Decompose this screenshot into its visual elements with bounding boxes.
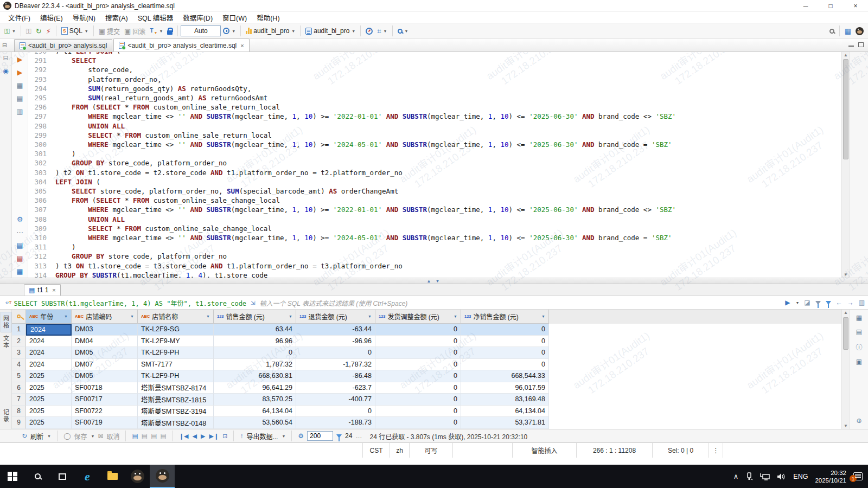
sort-icon[interactable]: ▼ [206, 314, 210, 318]
gear-icon[interactable]: ⚙ [17, 215, 23, 223]
code-line-306[interactable]: 306 FROM (SELECT * FROM custom_online_sa… [28, 196, 841, 205]
menu-item-7[interactable]: 帮助(H) [252, 11, 284, 24]
more-dots-icon[interactable]: ⋯ [16, 228, 23, 236]
history-back-icon[interactable]: ← [836, 299, 843, 306]
row-number[interactable]: 9 [12, 417, 26, 429]
perspective-button[interactable]: ▦ [843, 27, 853, 36]
commit-button[interactable]: ▣提交 [97, 25, 122, 37]
schema-select[interactable]: audit_bi_pro▼ [303, 26, 358, 36]
row-number[interactable]: 5 [12, 370, 26, 382]
grid-cell[interactable]: 83,570.25 [214, 394, 296, 406]
grid-cell[interactable]: 塔斯曼SMTSBZ-8174 [138, 382, 214, 394]
sort-icon[interactable]: ▼ [454, 314, 457, 318]
prev-page-icon[interactable]: ◀ [193, 433, 197, 440]
code-line-303[interactable]: 303) t2 ON t1.store_code = t2.store_code… [28, 168, 841, 177]
notification-center-icon[interactable]: 1 [853, 472, 863, 480]
database-select[interactable]: audit_bi_pro▼ [244, 26, 297, 36]
sql-editor-button[interactable]: SQL▼ [59, 26, 91, 36]
script-error-icon[interactable]: ▤ [16, 254, 23, 262]
grid-cell[interactable]: 0 [375, 394, 461, 406]
history-forward-icon[interactable]: → [847, 299, 854, 306]
grid-cell[interactable]: -63.44 [296, 324, 375, 336]
grid-cell[interactable]: DM07 [72, 359, 138, 371]
grid-cell[interactable]: 2025 [26, 370, 72, 382]
network-button[interactable]: ⌗▼ [375, 27, 389, 36]
grid-cell[interactable]: 0 [296, 406, 375, 418]
grid-cell[interactable]: TK-L2F9-PH [138, 347, 214, 359]
grid-cell[interactable]: TK-L2F9-PH [138, 370, 214, 382]
grid-cell[interactable]: 0 [375, 382, 461, 394]
code-line-295[interactable]: 295 SUM(real_return_goods_amt) AS return… [28, 93, 841, 102]
code-line-312[interactable]: 312 GROUP BY store_code, platform_order_… [28, 252, 841, 261]
menu-item-5[interactable]: 数据库(D) [178, 11, 218, 24]
quick-search-button[interactable]: ▼ [395, 28, 411, 35]
grid-cell[interactable]: DM04 [72, 336, 138, 348]
code-line-297[interactable]: 297 WHERE mgclear_time <> '' AND SUBSTR(… [28, 112, 841, 121]
column-header-4[interactable]: 123退货金额 (元)▼ [296, 310, 375, 324]
scroll-up-icon[interactable]: ▲ [842, 310, 850, 315]
start-button[interactable] [0, 465, 25, 488]
code-line-307[interactable]: 307 WHERE mgclear_time <> '' AND SUBSTR(… [28, 205, 841, 214]
sort-icon[interactable]: ▼ [130, 314, 134, 318]
grid-cell[interactable]: 0 [375, 370, 461, 382]
language-indicator[interactable]: ENG [793, 473, 808, 480]
refresh-button[interactable]: 刷新 [30, 432, 43, 441]
grid-cell[interactable]: 0 [375, 359, 461, 371]
grid-cell[interactable]: 0 [375, 417, 461, 429]
connect-button[interactable]: ⚿ [24, 27, 34, 36]
tab-close-icon[interactable]: × [240, 42, 244, 49]
grid-cell[interactable]: 0 [461, 324, 549, 336]
grid-cell[interactable]: 0 [375, 347, 461, 359]
column-header-3[interactable]: 123销售金额 (元)▼ [214, 310, 296, 324]
add-panel-icon[interactable]: ⊕ [856, 417, 861, 425]
usb-icon[interactable] [745, 472, 753, 481]
tray-chevron-up-icon[interactable]: ∧ [733, 472, 739, 480]
erase-filter-icon[interactable]: ◪ [804, 299, 810, 306]
focus-cell-icon[interactable]: ⊡ [222, 433, 227, 440]
maximize-button[interactable]: □ [818, 0, 843, 11]
close-icon[interactable]: × [52, 287, 55, 293]
editor-tab[interactable]: <audit_bi_pro> analysis_cleartime.sql× [113, 38, 249, 52]
grid-cell[interactable]: -188.73 [296, 417, 375, 429]
menu-item-0[interactable]: 文件(F) [3, 11, 35, 24]
code-line-311[interactable]: 311 ) [28, 242, 841, 252]
grid-cell[interactable]: 2024 [26, 324, 72, 336]
row-number[interactable]: 4 [12, 359, 26, 371]
taskbar-clock[interactable]: 20:32 2025/10/21 [815, 469, 846, 484]
menu-item-1[interactable]: 编辑(E) [35, 11, 68, 24]
lock-button[interactable] [165, 27, 175, 36]
export-script-icon[interactable]: ▤ [16, 241, 23, 249]
code-line-313[interactable]: 313) t3 ON t1.store_code = t3.store_code… [28, 261, 841, 271]
grid-cell[interactable]: 64,134.04 [214, 406, 296, 418]
disconnect-button[interactable]: ⚡ [44, 27, 53, 36]
execute-statement-icon[interactable]: ▶ [17, 55, 23, 63]
refresh-icon[interactable]: ↻ [22, 432, 27, 440]
grid-cell[interactable]: 0 [375, 324, 461, 336]
panel-icon[interactable]: ▥ [16, 107, 23, 115]
expand-filter-icon[interactable]: ⇲ [251, 300, 255, 306]
sort-icon[interactable]: ▼ [368, 314, 372, 318]
grid-cell[interactable]: 2024 [26, 359, 72, 371]
column-header-6[interactable]: 123净销售金额 (元)▼ [461, 310, 549, 324]
file-explorer-button[interactable] [100, 465, 125, 488]
grid-cell[interactable]: 53,371.81 [461, 417, 549, 429]
code-line-296[interactable]: 296 FROM (SELECT * FROM custom_online_sa… [28, 102, 841, 112]
grid-cell[interactable]: SF00718 [72, 382, 138, 394]
maximize-editor-icon[interactable] [858, 42, 864, 47]
grid-cell[interactable]: SF00722 [72, 406, 138, 418]
grid-cell[interactable]: 0 [214, 347, 296, 359]
menu-item-6[interactable]: 窗口(W) [218, 11, 252, 24]
grid-cell[interactable]: 2025 [26, 382, 72, 394]
grid-cell[interactable]: 1,787.32 [214, 359, 296, 371]
grid-cell[interactable]: 2024 [26, 336, 72, 348]
transaction-filter-button[interactable]: ▼ [148, 27, 165, 36]
outline-icon[interactable]: ◉ [3, 67, 8, 75]
grid-cell[interactable]: 0 [375, 336, 461, 348]
grid-cell[interactable]: 53,560.54 [214, 417, 296, 429]
status-cell-6[interactable]: Sel: 0 | 0 [652, 443, 709, 458]
row-number[interactable]: 8 [12, 406, 26, 418]
grid-cell[interactable]: 2025 [26, 417, 72, 429]
new-connection-button[interactable]: ⚿▼ [2, 27, 18, 36]
column-header-0[interactable]: ABC年份▼ [26, 310, 72, 324]
minimize-editor-icon[interactable] [848, 45, 854, 47]
